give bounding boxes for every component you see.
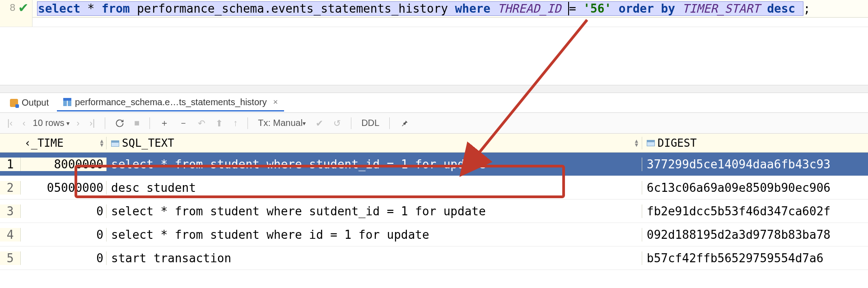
sql-table: performance_schema.events_statements_his…	[130, 2, 455, 15]
col-header-time-label: ‹_TIME	[24, 137, 64, 149]
next-page-button[interactable]: ›	[74, 116, 83, 130]
result-tabs: Output performance_schema.e…ts_statement…	[0, 93, 868, 113]
revert-button[interactable]: ↶	[195, 116, 208, 130]
cell-sql: select * from student where sutdent_id =…	[107, 204, 642, 218]
sort-icon: ▲▼	[635, 139, 638, 147]
tab-output-label: Output	[22, 98, 49, 108]
table-row[interactable]: 3 0 select * from student where sutdent_…	[0, 200, 868, 223]
kw-desc: desc	[767, 2, 795, 15]
sql-editor-row: 8 ✔ select * from performance_schema.eve…	[0, 0, 868, 27]
last-page-button[interactable]: ›|	[87, 116, 98, 130]
sql-eq: =	[569, 2, 583, 15]
first-page-button[interactable]: |‹	[5, 116, 15, 130]
cell-digest: 6c13c06a69a09e8509b90ec906	[642, 181, 868, 195]
chevron-down-icon: ▾	[303, 120, 306, 127]
column-icon	[647, 140, 655, 146]
cell-sql: start transaction	[107, 251, 642, 265]
table-row[interactable]: 2 05000000 desc student 6c13c06a69a09e85…	[0, 176, 868, 200]
col-header-sql-label: SQL_TEXT	[122, 137, 174, 149]
chevron-down-icon: ▾	[66, 120, 70, 127]
add-row-button[interactable]: ＋	[157, 115, 172, 131]
grid-header-row: ‹_TIME ▲▼ SQL_TEXT ▲▼ DIGEST	[0, 134, 868, 153]
upload-button[interactable]: ↑	[230, 116, 240, 130]
col-timer: TIMER_START	[675, 2, 767, 15]
cell-time: 05000000	[21, 181, 107, 195]
cell-digest: 377299d5ce14094daa6fb43c93	[642, 158, 868, 171]
results-grid: ‹_TIME ▲▼ SQL_TEXT ▲▼ DIGEST 1 8000000 s…	[0, 134, 868, 270]
col-thread: THREAD_ID	[490, 2, 568, 15]
col-header-digest-label: DIGEST	[658, 137, 697, 149]
column-icon	[111, 140, 119, 147]
prev-page-button[interactable]: ‹	[20, 116, 28, 130]
submit-button[interactable]: ⬆	[213, 116, 226, 130]
output-icon	[10, 99, 18, 107]
refresh-button[interactable]	[112, 117, 127, 130]
tab-results[interactable]: performance_schema.e…ts_statements_histo…	[57, 94, 284, 111]
cell-sql: desc student	[107, 181, 642, 195]
remove-row-button[interactable]: －	[176, 115, 191, 131]
tx-mode-dropdown[interactable]: Tx: Manual ▾	[255, 116, 308, 130]
table-row[interactable]: 5 0 start transaction b57cf42ffb56529759…	[0, 246, 868, 270]
rollback-button[interactable]: ↺	[331, 116, 344, 130]
sql-editor[interactable]: select * from performance_schema.events_…	[33, 0, 868, 18]
check-icon: ✔	[18, 2, 28, 14]
kw-from: from	[102, 2, 130, 15]
tab-results-label: performance_schema.e…ts_statements_histo…	[75, 97, 267, 107]
row-number: 4	[0, 228, 21, 242]
table-icon	[63, 98, 71, 106]
cell-time: 0	[21, 251, 107, 265]
cell-time: 0	[21, 204, 107, 218]
row-number: 5	[0, 251, 21, 265]
kw-where: where	[455, 2, 490, 15]
cell-sql: select * from student where id = 1 for u…	[107, 228, 642, 242]
commit-button[interactable]: ✔	[313, 116, 326, 130]
col-header-digest[interactable]: DIGEST	[642, 137, 868, 149]
editor-blank-area[interactable]	[0, 27, 868, 85]
row-number: 1	[0, 158, 21, 171]
line-number: 8	[10, 2, 15, 14]
sort-icon: ▲▼	[100, 139, 103, 147]
editor-gutter: 8 ✔	[0, 0, 33, 27]
table-row[interactable]: 1 8000000 select * from student where st…	[0, 153, 868, 176]
table-row[interactable]: 4 0 select * from student where id = 1 f…	[0, 223, 868, 246]
cell-digest: 092d188195d2a3d9778b83ba78	[642, 228, 868, 242]
col-header-sql[interactable]: SQL_TEXT ▲▼	[107, 137, 642, 149]
kw-order: order by	[611, 2, 675, 15]
cell-time: 0	[21, 228, 107, 242]
cell-digest: b57cf42ffb56529759554d7a6	[642, 251, 868, 265]
sql-star: *	[80, 2, 102, 15]
row-number: 3	[0, 204, 21, 218]
rows-label: 10 rows	[33, 118, 65, 128]
sql-semicolon: ;	[803, 2, 811, 15]
tab-output[interactable]: Output	[4, 95, 55, 111]
sql-value: '56'	[583, 2, 611, 15]
splitter[interactable]	[0, 85, 868, 93]
cell-sql: select * from student where student_id =…	[107, 158, 642, 171]
tx-label: Tx: Manual	[258, 118, 303, 128]
pin-button[interactable]	[397, 117, 411, 130]
cell-time: 8000000	[21, 158, 107, 171]
row-number: 2	[0, 181, 21, 195]
rows-dropdown[interactable]: 10 rows ▾	[33, 118, 70, 128]
col-header-time[interactable]: ‹_TIME ▲▼	[21, 137, 107, 149]
cell-digest: fb2e91dcc5b53f46d347ca602f	[642, 204, 868, 218]
results-toolbar: |‹ ‹ 10 rows ▾ › ›| ■ ＋ － ↶ ⬆ ↑ Tx: Manu…	[0, 113, 868, 134]
ddl-button[interactable]: DDL	[359, 116, 382, 130]
stop-button[interactable]: ■	[131, 116, 142, 130]
kw-select: select	[38, 2, 80, 15]
close-icon[interactable]: ×	[271, 98, 278, 107]
